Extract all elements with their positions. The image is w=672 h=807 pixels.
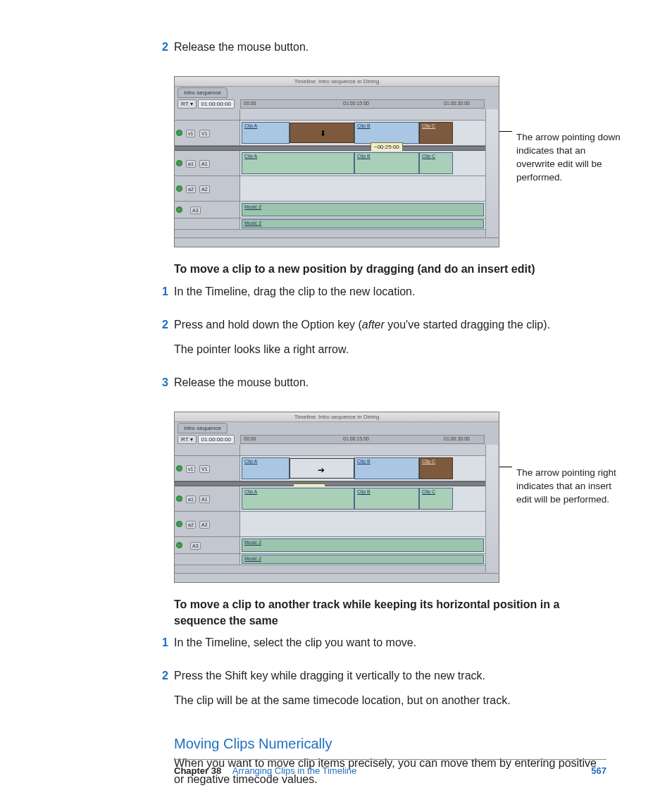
- track-lane-a2[interactable]: [240, 512, 485, 536]
- ruler-tick: 01:00:30:00: [444, 436, 470, 441]
- rt-menu[interactable]: RT ▾: [178, 435, 197, 444]
- window-titlebar: Timeline: Intro sequence in Dining: [175, 412, 499, 422]
- clip[interactable]: Clip A: [242, 457, 290, 479]
- timeline-window: Timeline: Intro sequence in Dining Intro…: [174, 76, 499, 247]
- section-heading: Moving Clips Numerically: [174, 736, 597, 752]
- track-lane-v1[interactable]: Clip A ⬇ Clip B Clip C: [240, 121, 485, 145]
- track-lane-a2[interactable]: [240, 176, 485, 201]
- clip[interactable]: Clip C: [419, 488, 453, 510]
- track-header-v1[interactable]: v1 V1: [175, 456, 240, 481]
- step-subtext: The clip will be at the same timecode lo…: [174, 692, 597, 708]
- ruler-tick: 01:00:15:00: [343, 436, 369, 441]
- page-footer: Chapter 38 Arranging Clips in the Timeli…: [174, 759, 606, 776]
- timeline-bottom-bar[interactable]: [175, 238, 499, 247]
- ruler-tick: 00:00: [244, 101, 256, 106]
- clip[interactable]: Clip B: [354, 122, 419, 144]
- step-item: 2 Release the mouse button.: [174, 39, 597, 63]
- track-lane-a1[interactable]: Clip A Clip B Clip C: [240, 151, 485, 175]
- clip[interactable]: Music 2: [242, 219, 484, 228]
- insert-cursor-icon: ➔: [316, 466, 326, 474]
- step-item: 2 Press and hold down the Option key (af…: [174, 316, 597, 366]
- timeline-bottom-bar[interactable]: [175, 573, 499, 582]
- track-header-a3[interactable]: A3: [175, 202, 240, 218]
- clip-selected[interactable]: Clip C: [419, 457, 453, 479]
- sequence-tab[interactable]: Intro sequence: [178, 423, 228, 433]
- track-lane-a1[interactable]: Clip A Clip B Clip C: [240, 486, 485, 511]
- step-number: 3: [160, 374, 174, 399]
- track-header-a1[interactable]: a1 A1: [175, 486, 240, 511]
- figure-overwrite: Timeline: Intro sequence in Dining Intro…: [174, 76, 597, 247]
- clip[interactable]: Music 2: [242, 555, 484, 564]
- ruler-tick: 01:00:15:00: [343, 101, 369, 106]
- chapter-label: Chapter 38: [174, 765, 221, 776]
- track-header-a2[interactable]: a2 A2: [175, 176, 240, 201]
- page-number: 567: [591, 765, 606, 776]
- chapter-title: Arranging Clips in the Timeline: [232, 765, 356, 776]
- timecode-field[interactable]: 01:00:00:00: [198, 435, 235, 444]
- figure-insert: Timeline: Intro sequence in Dining Intro…: [174, 412, 597, 583]
- callout-leader: [499, 467, 512, 467]
- clip[interactable]: Clip B: [354, 152, 419, 174]
- clip[interactable]: Clip A: [242, 152, 354, 174]
- track-lane-a3[interactable]: Music 2: [240, 537, 485, 553]
- clip[interactable]: Clip B: [354, 488, 419, 510]
- step-item: 2 Press the Shift key while dragging it …: [174, 667, 597, 717]
- track-lane-a4[interactable]: Music 2: [240, 554, 485, 565]
- clip[interactable]: Clip A: [242, 122, 290, 144]
- scroll-gutter[interactable]: [485, 445, 498, 572]
- step-number: 1: [160, 283, 174, 308]
- step-text: Release the mouse button.: [174, 374, 597, 390]
- track-header-a1[interactable]: a1 A1: [175, 151, 240, 175]
- track-header-a3[interactable]: A3: [175, 537, 240, 553]
- track-lane-a3[interactable]: Music 2: [240, 202, 485, 218]
- timeline-window: Timeline: Intro sequence in Dining Intro…: [174, 412, 499, 583]
- clip[interactable]: Music 2: [242, 203, 484, 216]
- timecode-field[interactable]: 01:00:00:00: [198, 99, 235, 109]
- procedure-heading: To move a clip to another track while ke…: [174, 597, 597, 629]
- step-text: Press and hold down the Option key (afte…: [174, 316, 597, 333]
- step-number: 2: [160, 39, 174, 63]
- sequence-tab[interactable]: Intro sequence: [178, 87, 228, 98]
- clip-selected[interactable]: Clip C: [419, 122, 453, 144]
- clip[interactable]: Clip B: [354, 457, 419, 479]
- step-text: Press the Shift key while dragging it ve…: [174, 667, 597, 684]
- step-number: 2: [160, 667, 174, 717]
- step-item: 1 In the Timeline, select the clip you w…: [174, 634, 597, 659]
- callout-leader: [499, 131, 512, 132]
- ruler-tick: 01:00:30:00: [444, 101, 470, 106]
- time-ruler[interactable]: 00:00 01:00:15:00 01:00:30:00: [240, 435, 485, 444]
- step-text: In the Timeline, drag the clip to the ne…: [174, 283, 597, 300]
- callout-text: The arrow pointing down indicates that a…: [512, 131, 621, 185]
- overwrite-cursor-icon: ⬇: [318, 129, 328, 137]
- track-lane-a4[interactable]: Music 2: [240, 218, 485, 229]
- clip[interactable]: Music 2: [242, 538, 484, 552]
- track-lane-v1[interactable]: Clip A ➔ Clip B Clip C: [240, 456, 485, 481]
- track-header-v1[interactable]: v1 V1: [175, 121, 240, 145]
- time-ruler[interactable]: 00:00 01:00:15:00 01:00:30:00: [240, 99, 485, 109]
- clip[interactable]: Clip A: [242, 488, 354, 510]
- procedure-heading: To move a clip to a new position by drag…: [174, 261, 597, 277]
- step-text: In the Timeline, select the clip you wan…: [174, 634, 597, 651]
- track-header-a2[interactable]: a2 A2: [175, 512, 240, 536]
- step-text: Release the mouse button.: [174, 39, 597, 55]
- step-item: 1 In the Timeline, drag the clip to the …: [174, 283, 597, 308]
- page-content: 2 Release the mouse button. Timeline: In…: [174, 39, 597, 796]
- clip[interactable]: Clip C: [419, 152, 453, 174]
- ruler-tick: 00:00: [244, 436, 256, 441]
- step-subtext: The pointer looks like a right arrow.: [174, 341, 597, 357]
- step-number: 1: [160, 634, 174, 659]
- callout-text: The arrow pointing right indicates that …: [512, 467, 621, 507]
- step-item: 3 Release the mouse button.: [174, 374, 597, 399]
- step-number: 2: [160, 316, 174, 366]
- rt-menu[interactable]: RT ▾: [178, 99, 197, 109]
- scroll-gutter[interactable]: [485, 109, 498, 237]
- window-titlebar: Timeline: Intro sequence in Dining: [175, 77, 499, 87]
